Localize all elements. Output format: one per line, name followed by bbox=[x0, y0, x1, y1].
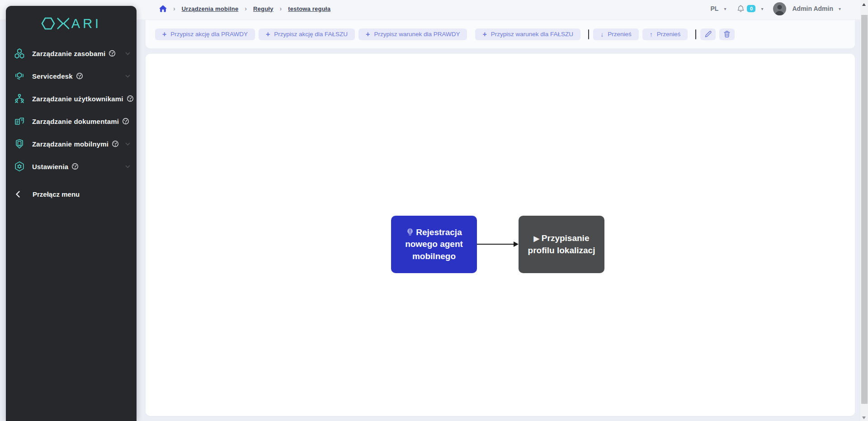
sidebar-item-label: Zarządzanie mobilnymi bbox=[32, 140, 108, 148]
scrollbar-down-arrow[interactable] bbox=[862, 416, 866, 419]
gauge-icon bbox=[127, 95, 134, 102]
logo[interactable]: ARI bbox=[6, 6, 137, 41]
gear-hexagon-icon bbox=[14, 161, 25, 172]
assign-condition-true-button[interactable]: + Przypisz warunek dla PRAWDY bbox=[359, 28, 467, 40]
delete-button[interactable] bbox=[719, 28, 735, 40]
gauge-icon bbox=[108, 50, 116, 57]
chevron-down-icon bbox=[125, 52, 130, 55]
avatar[interactable] bbox=[773, 2, 786, 15]
breadcrumb: › Urządzenia mobilne › Reguły › testowa … bbox=[159, 0, 330, 17]
chevron-down-icon bbox=[129, 120, 130, 123]
sidebar-item-label: Zarządzanie zasobami bbox=[32, 50, 105, 57]
pencil-icon bbox=[705, 31, 712, 38]
edit-button[interactable] bbox=[700, 28, 716, 40]
toolbar-divider bbox=[588, 29, 589, 39]
rule-flow-canvas: Rejestracja nowego agent mobilnego ▶Przy… bbox=[146, 54, 855, 416]
move-down-button[interactable]: ↓ Przenieś bbox=[593, 28, 639, 40]
arrow-up-icon: ↑ bbox=[650, 31, 653, 38]
breadcrumb-separator: › bbox=[280, 5, 282, 12]
user-menu[interactable]: Admin Admin bbox=[792, 5, 833, 12]
arrow-down-icon: ↓ bbox=[600, 31, 604, 38]
bell-icon bbox=[737, 5, 745, 13]
move-up-button[interactable]: ↑ Przenieś bbox=[642, 28, 688, 40]
lightbulb-alert-icon bbox=[406, 228, 414, 236]
arrowhead-icon bbox=[514, 241, 519, 247]
rule-editor-screen: › Urządzenia mobilne › Reguły › testowa … bbox=[0, 0, 868, 421]
breadcrumb-link-reguly[interactable]: Reguły bbox=[253, 5, 274, 12]
chevron-down-icon[interactable]: ▾ bbox=[839, 6, 841, 11]
assign-action-true-button[interactable]: + Przypisz akcję dla PRAWDY bbox=[155, 28, 255, 40]
gauge-icon bbox=[71, 163, 79, 170]
toolbar-divider bbox=[695, 29, 696, 39]
chevron-down-icon[interactable]: ▾ bbox=[761, 6, 763, 11]
mobile-device-icon bbox=[14, 138, 25, 149]
button-label: Przypisz warunek dla FAŁSZU bbox=[491, 31, 573, 38]
sidebar-item-label: Ustawienia bbox=[32, 163, 68, 170]
breadcrumb-link-urzadzenia-mobilne[interactable]: Urządzenia mobilne bbox=[182, 5, 239, 12]
chevron-left-icon bbox=[16, 191, 20, 198]
button-label: Przypisz warunek dla PRAWDY bbox=[374, 31, 460, 38]
notifications-button[interactable]: 0 bbox=[737, 5, 755, 13]
hexagons-cluster-icon bbox=[14, 48, 25, 59]
sidebar-item-label: Servicedesk bbox=[32, 72, 73, 80]
logo-text: ARI bbox=[71, 16, 101, 31]
home-icon[interactable] bbox=[159, 5, 167, 12]
sidebar-item-ustawienia[interactable]: Ustawienia bbox=[6, 155, 137, 178]
breadcrumb-separator: › bbox=[173, 5, 175, 12]
sidebar-item-zarzadzanie-uzytkownikami[interactable]: Zarządzanie użytkownikami bbox=[6, 87, 137, 110]
rule-toolbar: + Przypisz akcję dla PRAWDY + Przypisz a… bbox=[146, 20, 855, 48]
sidebar-toggle-menu[interactable]: Przełącz menu bbox=[6, 184, 137, 204]
gauge-icon bbox=[122, 118, 129, 125]
headset-icon bbox=[14, 71, 25, 81]
sidebar: ARI Zarządzanie zasobami bbox=[6, 6, 137, 421]
chevron-down-icon bbox=[125, 165, 130, 168]
chevron-down-icon[interactable]: ▾ bbox=[724, 6, 726, 11]
assign-action-false-button[interactable]: + Przypisz akcję dla FAŁSZU bbox=[259, 28, 355, 40]
plus-icon: + bbox=[162, 31, 166, 38]
flow-node-action[interactable]: ▶Przypisanie profilu lokalizacj bbox=[519, 216, 604, 273]
logo-ox-glyphs bbox=[41, 16, 69, 31]
breadcrumb-separator: › bbox=[245, 5, 247, 12]
person-icon bbox=[773, 2, 786, 15]
topbar-right-cluster: PL ▾ 0 ▾ Admin Admin ▾ bbox=[711, 0, 841, 17]
button-label: Przenieś bbox=[657, 31, 681, 38]
language-selector[interactable]: PL bbox=[711, 5, 719, 12]
flow-node-trigger[interactable]: Rejestracja nowego agent mobilnego bbox=[391, 216, 477, 273]
breadcrumb-link-testowa-regula[interactable]: testowa reguła bbox=[288, 5, 330, 12]
vertical-scrollbar bbox=[860, 0, 868, 421]
button-label: Przypisz akcję dla FAŁSZU bbox=[274, 31, 348, 38]
scrollbar-thumb[interactable] bbox=[861, 15, 868, 404]
trash-icon bbox=[724, 31, 730, 38]
sidebar-item-zarzadzanie-mobilnymi[interactable]: Zarządzanie mobilnymi bbox=[6, 132, 137, 155]
notification-count-badge: 0 bbox=[747, 5, 755, 12]
plus-icon: + bbox=[482, 31, 486, 38]
button-label: Przenieś bbox=[608, 31, 632, 38]
sidebar-item-label: Zarządzanie użytkownikami bbox=[32, 95, 123, 103]
plus-icon: + bbox=[366, 31, 370, 38]
chevron-down-icon bbox=[125, 142, 130, 146]
gauge-icon bbox=[76, 72, 83, 80]
scrollbar-up-arrow[interactable] bbox=[862, 3, 866, 6]
documents-icon bbox=[14, 116, 25, 127]
sidebar-item-label: Zarządzanie dokumentami bbox=[32, 118, 119, 125]
chevron-down-icon bbox=[125, 75, 130, 78]
sidebar-item-zarzadzanie-dokumentami[interactable]: Zarządzanie dokumentami bbox=[6, 110, 137, 132]
sidebar-nav: Zarządzanie zasobami Servicedesk bbox=[6, 41, 137, 204]
play-icon: ▶ bbox=[534, 235, 539, 242]
gauge-icon bbox=[112, 140, 119, 147]
org-users-icon bbox=[14, 93, 25, 104]
edge-line bbox=[477, 244, 515, 245]
sidebar-item-zarzadzanie-zasobami[interactable]: Zarządzanie zasobami bbox=[6, 42, 137, 65]
sidebar-item-servicedesk[interactable]: Servicedesk bbox=[6, 65, 137, 87]
button-label: Przypisz akcję dla PRAWDY bbox=[170, 31, 248, 38]
assign-condition-false-button[interactable]: + Przypisz warunek dla FAŁSZU bbox=[475, 28, 580, 40]
flow-edge-arrow bbox=[477, 244, 519, 245]
plus-icon: + bbox=[266, 31, 270, 38]
sidebar-toggle-label: Przełącz menu bbox=[33, 190, 80, 198]
